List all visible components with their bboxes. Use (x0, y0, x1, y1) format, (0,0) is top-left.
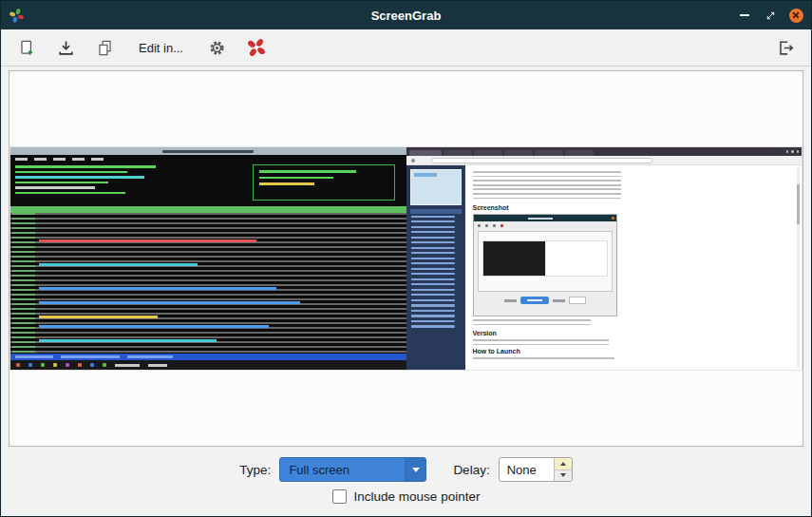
screengrab-window: ScreenGrab (0, 0, 812, 517)
window-controls (737, 8, 803, 23)
doc-launch-lines (473, 357, 615, 362)
browser-navbar (406, 156, 803, 165)
doc-sidebar-links (411, 216, 461, 328)
doc-whitespace (629, 165, 803, 370)
terminal-titlebar (10, 147, 406, 155)
capture-type-value: Full screen (280, 463, 405, 477)
preview-browser-window: Screenshot (406, 147, 803, 370)
maximize-icon[interactable] (763, 8, 778, 23)
settings-gear-icon[interactable] (205, 35, 230, 60)
doc-paragraph-lines (473, 171, 621, 201)
terminal-status-bar (10, 354, 406, 360)
close-icon[interactable] (788, 8, 803, 23)
captured-screenshot-thumbnail: Screenshot (10, 147, 802, 370)
doc-main-content: Screenshot (465, 165, 629, 370)
desktop-taskbar (10, 360, 406, 370)
browser-content: Screenshot (406, 165, 803, 370)
doc-version-lines (473, 339, 610, 345)
doc-heading-how-to-launch: How to Launch (473, 348, 621, 355)
include-pointer-checkbox[interactable] (332, 489, 347, 504)
delay-spinbox[interactable]: None (499, 457, 573, 482)
delay-label: Delay: (453, 463, 489, 477)
titlebar: ScreenGrab (1, 1, 811, 29)
minimize-icon[interactable] (737, 8, 752, 23)
capture-options: Type: Full screen Delay: None Include mo… (1, 449, 811, 516)
doc-heading-screenshot: Screenshot (473, 204, 621, 212)
chevron-up-icon[interactable] (555, 458, 572, 470)
doc-heading-version: Version (473, 330, 621, 337)
edit-in-button[interactable]: Edit in... (131, 37, 191, 59)
terminal-table-header (10, 206, 406, 213)
delay-value: None (500, 458, 554, 481)
browser-scrollbar (797, 167, 800, 368)
doc-embedded-screengrab-screenshot (473, 214, 617, 316)
toolbar: Edit in... (1, 29, 811, 67)
preview-area: Screenshot (1, 67, 811, 449)
terminal-process-table (10, 213, 406, 354)
type-label: Type: (239, 463, 271, 477)
new-screenshot-button[interactable] (14, 35, 39, 60)
terminal-menubar (15, 158, 104, 161)
browser-url-bar (431, 158, 652, 163)
terminal-load-box (253, 164, 395, 201)
capture-type-combobox[interactable]: Full screen (279, 457, 426, 482)
delay-spin-buttons (554, 458, 572, 481)
screengrab-pinwheel-icon[interactable] (244, 35, 269, 60)
window-title: ScreenGrab (1, 9, 811, 23)
include-pointer-row: Include mouse pointer (332, 489, 481, 504)
screengrab-logo-icon (9, 8, 25, 24)
type-delay-row: Type: Full screen Delay: None (239, 457, 572, 482)
chevron-down-icon (405, 458, 425, 481)
terminal-info-lines (15, 165, 156, 194)
browser-tab-strip (406, 147, 803, 156)
include-pointer-label: Include mouse pointer (354, 489, 481, 504)
preview-terminal-window (10, 147, 406, 370)
save-icon[interactable] (53, 35, 78, 60)
doc-sidebar-active-item (410, 209, 462, 214)
doc-sidebar-thumbnail (410, 169, 462, 205)
quit-icon[interactable] (773, 35, 798, 60)
screenshot-preview-panel: Screenshot (9, 70, 803, 447)
doc-sidebar-nav (406, 165, 465, 370)
doc-caption-lines (473, 319, 592, 327)
copy-icon[interactable] (92, 35, 117, 60)
browser-back-icon (411, 159, 415, 163)
chevron-down-icon[interactable] (555, 470, 572, 482)
